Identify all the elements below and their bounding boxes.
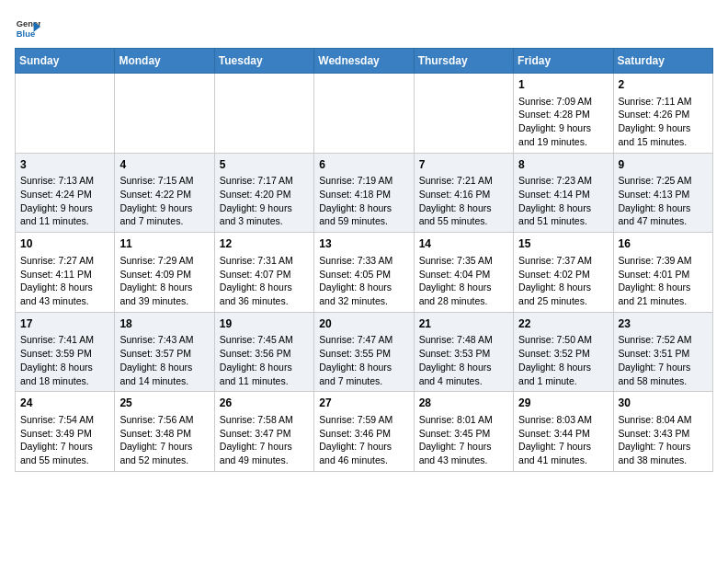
logo: General Blue xyxy=(15,15,40,40)
calendar-cell: 17Sunrise: 7:41 AMSunset: 3:59 PMDayligh… xyxy=(16,312,115,392)
daylight-text: Daylight: 8 hours and 11 minutes. xyxy=(220,361,309,387)
calendar-cell: 9Sunrise: 7:25 AMSunset: 4:13 PMDaylight… xyxy=(613,153,712,233)
daylight-text: Daylight: 7 hours and 52 minutes. xyxy=(119,440,209,466)
day-number: 14 xyxy=(419,236,508,252)
daylight-text: Daylight: 9 hours and 11 minutes. xyxy=(20,201,109,228)
daylight-text: Daylight: 8 hours and 25 minutes. xyxy=(518,281,608,307)
daylight-text: Daylight: 9 hours and 3 minutes. xyxy=(220,201,309,228)
calendar-cell: 27Sunrise: 7:59 AMSunset: 3:46 PMDayligh… xyxy=(314,392,414,472)
calendar-cell: 24Sunrise: 7:54 AMSunset: 3:49 PMDayligh… xyxy=(16,392,115,472)
sunset-text: Sunset: 3:52 PM xyxy=(518,347,608,361)
calendar-cell: 14Sunrise: 7:35 AMSunset: 4:04 PMDayligh… xyxy=(414,233,513,313)
day-number: 23 xyxy=(619,316,708,332)
sunrise-text: Sunrise: 8:03 AM xyxy=(518,413,608,427)
calendar-cell: 15Sunrise: 7:37 AMSunset: 4:02 PMDayligh… xyxy=(514,233,613,313)
daylight-text: Daylight: 8 hours and 43 minutes. xyxy=(20,281,109,307)
sunrise-text: Sunrise: 7:50 AM xyxy=(518,333,608,347)
calendar-cell: 8Sunrise: 7:23 AMSunset: 4:14 PMDaylight… xyxy=(514,153,613,233)
sunrise-text: Sunrise: 7:33 AM xyxy=(319,254,408,268)
calendar-cell: 5Sunrise: 7:17 AMSunset: 4:20 PMDaylight… xyxy=(214,153,313,233)
calendar-cell: 3Sunrise: 7:13 AMSunset: 4:24 PMDaylight… xyxy=(16,153,115,233)
day-number: 26 xyxy=(220,396,309,411)
sunset-text: Sunset: 4:16 PM xyxy=(419,188,508,201)
daylight-text: Daylight: 7 hours and 55 minutes. xyxy=(20,440,109,466)
day-number: 27 xyxy=(319,396,408,411)
daylight-text: Daylight: 8 hours and 32 minutes. xyxy=(319,281,408,307)
sunset-text: Sunset: 4:13 PM xyxy=(619,188,708,201)
day-number: 25 xyxy=(119,396,209,411)
calendar-cell: 20Sunrise: 7:47 AMSunset: 3:55 PMDayligh… xyxy=(314,312,414,392)
day-number: 18 xyxy=(119,316,209,332)
calendar-table: SundayMondayTuesdayWednesdayThursdayFrid… xyxy=(15,48,713,472)
daylight-text: Daylight: 8 hours and 39 minutes. xyxy=(119,281,209,307)
daylight-text: Daylight: 8 hours and 1 minute. xyxy=(518,361,608,387)
calendar-cell: 25Sunrise: 7:56 AMSunset: 3:48 PMDayligh… xyxy=(115,392,214,472)
sunset-text: Sunset: 3:53 PM xyxy=(419,347,508,361)
day-number: 3 xyxy=(20,157,109,173)
day-number: 11 xyxy=(119,236,209,252)
calendar-week-row: 24Sunrise: 7:54 AMSunset: 3:49 PMDayligh… xyxy=(16,392,713,472)
sunset-text: Sunset: 3:49 PM xyxy=(20,427,109,441)
svg-text:Blue: Blue xyxy=(17,29,35,39)
sunset-text: Sunset: 4:28 PM xyxy=(518,108,608,121)
sunrise-text: Sunrise: 7:45 AM xyxy=(220,333,309,347)
sunrise-text: Sunrise: 7:59 AM xyxy=(319,413,408,427)
day-number: 7 xyxy=(419,157,508,173)
daylight-text: Daylight: 8 hours and 7 minutes. xyxy=(319,361,408,387)
calendar-cell: 29Sunrise: 8:03 AMSunset: 3:44 PMDayligh… xyxy=(514,392,613,472)
calendar-week-row: 10Sunrise: 7:27 AMSunset: 4:11 PMDayligh… xyxy=(16,233,713,313)
daylight-text: Daylight: 8 hours and 4 minutes. xyxy=(419,361,508,387)
calendar-week-row: 17Sunrise: 7:41 AMSunset: 3:59 PMDayligh… xyxy=(16,312,713,392)
sunset-text: Sunset: 3:48 PM xyxy=(119,427,209,441)
sunrise-text: Sunrise: 7:54 AM xyxy=(20,413,109,427)
calendar-cell: 1Sunrise: 7:09 AMSunset: 4:28 PMDaylight… xyxy=(514,74,613,154)
sunset-text: Sunset: 4:01 PM xyxy=(619,268,708,282)
sunset-text: Sunset: 4:05 PM xyxy=(319,268,408,282)
day-number: 28 xyxy=(419,396,508,411)
sunset-text: Sunset: 3:57 PM xyxy=(119,347,209,361)
day-number: 2 xyxy=(619,77,708,93)
weekday-header-tuesday: Tuesday xyxy=(214,49,313,74)
sunrise-text: Sunrise: 7:25 AM xyxy=(619,174,708,188)
sunset-text: Sunset: 3:44 PM xyxy=(518,427,608,441)
sunrise-text: Sunrise: 7:37 AM xyxy=(518,254,608,268)
day-number: 21 xyxy=(419,316,508,332)
logo-icon: General Blue xyxy=(15,15,40,40)
calendar-cell xyxy=(16,74,115,154)
sunset-text: Sunset: 3:43 PM xyxy=(619,427,708,441)
day-number: 22 xyxy=(518,316,608,332)
weekday-header-monday: Monday xyxy=(115,49,214,74)
sunrise-text: Sunrise: 7:48 AM xyxy=(419,333,508,347)
calendar-cell: 2Sunrise: 7:11 AMSunset: 4:26 PMDaylight… xyxy=(613,74,712,154)
sunset-text: Sunset: 3:55 PM xyxy=(319,347,408,361)
sunset-text: Sunset: 4:18 PM xyxy=(319,188,408,201)
day-number: 6 xyxy=(319,157,408,173)
day-number: 17 xyxy=(20,316,109,332)
daylight-text: Daylight: 8 hours and 51 minutes. xyxy=(518,201,608,228)
calendar-week-row: 3Sunrise: 7:13 AMSunset: 4:24 PMDaylight… xyxy=(16,153,713,233)
sunset-text: Sunset: 3:47 PM xyxy=(220,427,309,441)
sunrise-text: Sunrise: 7:27 AM xyxy=(20,254,109,268)
calendar-cell: 12Sunrise: 7:31 AMSunset: 4:07 PMDayligh… xyxy=(214,233,313,313)
sunrise-text: Sunrise: 7:31 AM xyxy=(220,254,309,268)
day-number: 19 xyxy=(220,316,309,332)
daylight-text: Daylight: 7 hours and 58 minutes. xyxy=(619,361,708,387)
sunrise-text: Sunrise: 7:13 AM xyxy=(20,174,109,188)
daylight-text: Daylight: 7 hours and 49 minutes. xyxy=(220,440,309,466)
sunrise-text: Sunrise: 7:29 AM xyxy=(119,254,209,268)
calendar-cell: 4Sunrise: 7:15 AMSunset: 4:22 PMDaylight… xyxy=(115,153,214,233)
weekday-header-wednesday: Wednesday xyxy=(314,49,414,74)
daylight-text: Daylight: 8 hours and 14 minutes. xyxy=(119,361,209,387)
calendar-cell xyxy=(214,74,313,154)
sunrise-text: Sunrise: 7:19 AM xyxy=(319,174,408,188)
sunrise-text: Sunrise: 7:58 AM xyxy=(220,413,309,427)
calendar-cell: 26Sunrise: 7:58 AMSunset: 3:47 PMDayligh… xyxy=(214,392,313,472)
sunrise-text: Sunrise: 7:23 AM xyxy=(518,174,608,188)
sunset-text: Sunset: 3:51 PM xyxy=(619,347,708,361)
sunset-text: Sunset: 4:09 PM xyxy=(119,268,209,282)
daylight-text: Daylight: 8 hours and 59 minutes. xyxy=(319,201,408,228)
sunrise-text: Sunrise: 7:56 AM xyxy=(119,413,209,427)
daylight-text: Daylight: 8 hours and 47 minutes. xyxy=(619,201,708,228)
day-number: 9 xyxy=(619,157,708,173)
sunset-text: Sunset: 4:07 PM xyxy=(220,268,309,282)
